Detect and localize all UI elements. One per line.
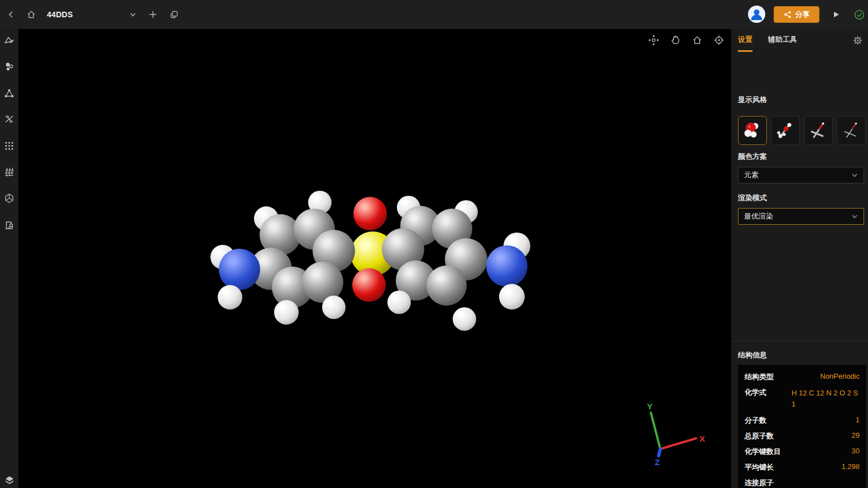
chevron-down-icon: [851, 213, 858, 220]
lattice-mesh-icon[interactable]: [0, 163, 18, 181]
info-row-value: NonPeriodic: [774, 372, 860, 380]
layers-icon[interactable]: [0, 471, 18, 488]
home-view-icon[interactable]: [690, 33, 704, 47]
info-row: 分子数1: [745, 413, 860, 428]
atom-O: [352, 268, 386, 302]
atom-O: [353, 197, 387, 230]
duplicate-icon[interactable]: [167, 8, 181, 21]
panel-tabs: 设置 辅助工具: [738, 35, 797, 52]
chevron-down-icon: [851, 172, 858, 178]
info-row-label: 分子数: [745, 415, 766, 426]
info-row: 结构类型NonPeriodic: [745, 369, 860, 385]
tab-settings[interactable]: 设置: [738, 35, 752, 52]
tab-auxiliary-tools[interactable]: 辅助工具: [768, 35, 797, 52]
status-ok-icon[interactable]: [852, 8, 866, 21]
info-row: 平均键长1.298: [745, 460, 860, 475]
color-scheme-label: 颜色方案: [738, 152, 767, 162]
style-stick-button[interactable]: [804, 116, 833, 145]
atoms-cluster-icon[interactable]: [0, 57, 18, 76]
info-row-value: 29: [774, 431, 860, 439]
share-button[interactable]: 分享: [774, 6, 819, 23]
axis-z-label: Z: [655, 457, 660, 467]
atom-N: [219, 249, 260, 290]
settings-panel: 设置 辅助工具 显示风格: [731, 29, 868, 488]
style-ball-and-stick-button[interactable]: [771, 116, 800, 145]
display-style-buttons: [738, 116, 866, 145]
atom-H: [218, 285, 242, 310]
chevron-down-icon[interactable]: [126, 8, 140, 21]
info-row-value: H 12 C 12 N 2 O 2 S 1: [792, 388, 860, 410]
info-row: 连接原子: [745, 475, 860, 488]
atom-C: [426, 265, 467, 306]
instrument-stand-icon[interactable]: [0, 216, 18, 234]
render-mode-label: 渲染模式: [738, 193, 767, 203]
info-row: 化学式H 12 C 12 N 2 O 2 S 1: [745, 385, 860, 413]
add-tab-icon[interactable]: [146, 8, 160, 21]
run-icon[interactable]: [829, 8, 843, 21]
info-row-value: 1.298: [774, 462, 860, 471]
info-row: 化学键数目30: [745, 444, 860, 460]
structure-info-table: 结构类型NonPeriodic化学式H 12 C 12 N 2 O 2 S 1分…: [738, 365, 866, 488]
atom-H: [322, 296, 346, 319]
axis-y-label: Y: [647, 402, 653, 411]
atom-H: [499, 284, 525, 310]
info-row-label: 总原子数: [745, 431, 774, 441]
info-row-label: 化学键数目: [745, 447, 781, 457]
hand-icon[interactable]: [669, 33, 682, 47]
supercell-grid-icon[interactable]: [0, 137, 18, 155]
topbar: 44DDS 分享: [0, 0, 868, 29]
render-mode-select[interactable]: 最优渲染: [738, 208, 864, 225]
share-nodes-icon: [784, 11, 792, 18]
info-row-label: 连接原子: [745, 478, 774, 488]
render-mode-value: 最优渲染: [744, 211, 773, 221]
target-focus-icon[interactable]: [712, 33, 726, 47]
info-row-label: 化学式: [745, 388, 766, 398]
style-spacefill-button[interactable]: [738, 116, 767, 145]
info-row-label: 结构类型: [745, 372, 774, 382]
sketch-icon[interactable]: [0, 31, 18, 50]
info-row-label: 平均键长: [745, 462, 774, 472]
axis-triad: Y X Z: [642, 399, 709, 471]
color-scheme-select[interactable]: 元素: [738, 167, 864, 183]
bond-angle-icon[interactable]: [0, 84, 18, 103]
crystal-cage-icon[interactable]: [0, 189, 18, 207]
panel-divider: [731, 341, 868, 341]
color-scheme-value: 元素: [744, 170, 759, 180]
info-row: 总原子数29: [745, 428, 860, 444]
info-row-value: 1: [766, 415, 860, 424]
viewport-toolbar: [647, 33, 726, 47]
molecule-canvas[interactable]: Y X Z: [18, 29, 731, 488]
home-icon[interactable]: [25, 8, 38, 21]
info-row-value: 30: [781, 447, 860, 455]
left-toolbar: [0, 29, 18, 488]
structure-info-label: 结构信息: [738, 350, 767, 360]
axis-x-label: X: [699, 434, 705, 443]
atom-H: [274, 300, 299, 325]
share-button-label: 分享: [795, 9, 810, 20]
move-icon[interactable]: [647, 33, 660, 47]
crossed-bonds-icon[interactable]: [0, 110, 18, 128]
back-icon[interactable]: [4, 8, 18, 21]
atom-N: [486, 245, 527, 287]
display-style-label: 显示风格: [738, 95, 767, 105]
atom-H: [387, 291, 411, 314]
atom-H: [453, 307, 476, 331]
style-wireframe-button[interactable]: [837, 116, 866, 145]
document-title: 44DDS: [47, 0, 73, 29]
user-avatar[interactable]: [748, 6, 765, 23]
gear-icon[interactable]: [853, 36, 862, 45]
